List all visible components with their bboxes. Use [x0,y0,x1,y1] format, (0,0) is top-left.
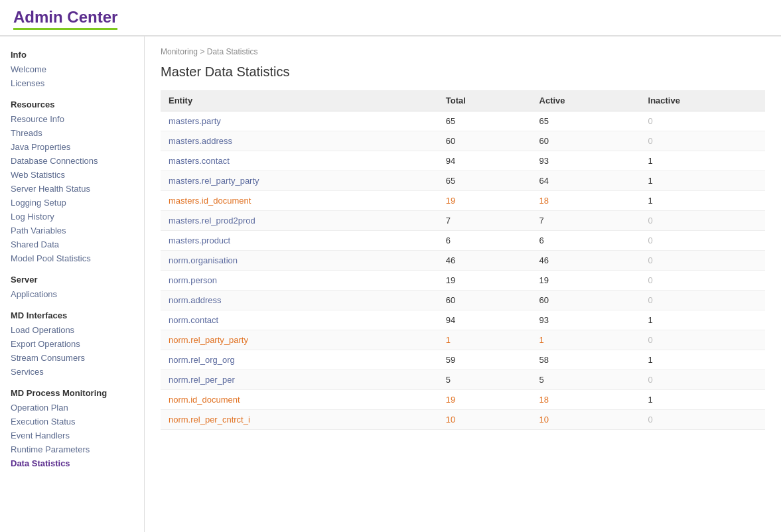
table-row: norm.person19190 [161,271,765,291]
sidebar-item-data-statistics[interactable]: Data Statistics [0,456,144,470]
sidebar-item-operation-plan[interactable]: Operation Plan [0,401,144,415]
table-row: norm.rel_org_org59581 [161,350,765,370]
cell-active: 10 [532,410,640,430]
sidebar-item-execution-status[interactable]: Execution Status [0,415,144,429]
table-row: norm.organisation46460 [161,251,765,271]
data-table: EntityTotalActiveInactive masters.party6… [161,90,765,430]
cell-total: 19 [438,271,532,291]
cell-total: 6 [438,231,532,251]
cell-active: 7 [532,211,640,231]
table-header-active: Active [532,90,640,111]
cell-entity: masters.party [161,111,438,131]
cell-total: 60 [438,291,532,310]
sidebar-item-welcome[interactable]: Welcome [0,62,144,76]
main-content: Monitoring > Data Statistics Master Data… [145,36,781,532]
cell-active: 93 [532,151,640,171]
sidebar-item-services[interactable]: Services [0,365,144,379]
sidebar-item-model-pool-statistics[interactable]: Model Pool Statistics [0,251,144,265]
cell-total: 65 [438,111,532,131]
breadcrumb-separator: > [200,47,206,56]
cell-active: 18 [532,390,640,410]
sidebar-item-resource-info[interactable]: Resource Info [0,112,144,126]
main-layout: InfoWelcomeLicensesResourcesResource Inf… [0,36,781,532]
sidebar: InfoWelcomeLicensesResourcesResource Inf… [0,36,145,532]
cell-inactive: 0 [640,291,765,310]
table-row: norm.rel_party_party110 [161,330,765,350]
cell-entity: masters.contact [161,151,438,171]
sidebar-item-threads[interactable]: Threads [0,126,144,140]
cell-active: 60 [532,131,640,151]
cell-entity: norm.contact [161,310,438,330]
sidebar-item-export-operations[interactable]: Export Operations [0,337,144,351]
sidebar-item-shared-data[interactable]: Shared Data [0,237,144,251]
cell-inactive: 0 [640,231,765,251]
cell-active: 93 [532,310,640,330]
table-row: masters.address60600 [161,131,765,151]
sidebar-item-logging-setup[interactable]: Logging Setup [0,196,144,210]
sidebar-item-licenses[interactable]: Licenses [0,76,144,90]
table-row: masters.party65650 [161,111,765,131]
table-header-inactive: Inactive [640,90,765,111]
sidebar-item-path-variables[interactable]: Path Variables [0,224,144,237]
cell-total: 1 [438,330,532,350]
sidebar-section-title: Server [0,269,144,287]
cell-active: 6 [532,231,640,251]
table-row: masters.id_document19181 [161,191,765,211]
sidebar-item-java-properties[interactable]: Java Properties [0,140,144,154]
cell-entity: masters.rel_party_party [161,171,438,191]
cell-inactive: 0 [640,111,765,131]
cell-inactive: 0 [640,211,765,231]
table-row: norm.rel_per_cntrct_i10100 [161,410,765,430]
sidebar-item-server-health-status[interactable]: Server Health Status [0,182,144,196]
sidebar-item-database-connections[interactable]: Database Connections [0,154,144,168]
cell-entity: norm.rel_org_org [161,350,438,370]
cell-active: 64 [532,171,640,191]
table-row: norm.address60600 [161,291,765,310]
cell-active: 65 [532,111,640,131]
sidebar-item-event-handlers[interactable]: Event Handlers [0,429,144,442]
sidebar-item-web-statistics[interactable]: Web Statistics [0,168,144,182]
cell-entity: norm.organisation [161,251,438,271]
sidebar-item-log-history[interactable]: Log History [0,210,144,224]
cell-entity: norm.rel_party_party [161,330,438,350]
sidebar-section-title: MD Process Monitoring [0,383,144,401]
sidebar-item-load-operations[interactable]: Load Operations [0,323,144,337]
cell-total: 60 [438,131,532,151]
cell-entity: norm.address [161,291,438,310]
cell-total: 65 [438,171,532,191]
sidebar-item-stream-consumers[interactable]: Stream Consumers [0,351,144,365]
table-row: masters.product660 [161,231,765,251]
cell-inactive: 0 [640,131,765,151]
cell-total: 46 [438,251,532,271]
cell-inactive: 1 [640,390,765,410]
cell-total: 19 [438,390,532,410]
table-header-entity: Entity [161,90,438,111]
cell-active: 58 [532,350,640,370]
sidebar-section-title: Info [0,44,144,62]
sidebar-item-runtime-parameters[interactable]: Runtime Parameters [0,442,144,456]
cell-entity: masters.product [161,231,438,251]
sidebar-section-title: Resources [0,94,144,112]
cell-inactive: 0 [640,370,765,390]
cell-inactive: 1 [640,350,765,370]
cell-inactive: 1 [640,151,765,171]
app-title: Admin Center [13,8,117,30]
cell-inactive: 0 [640,251,765,271]
cell-total: 94 [438,310,532,330]
cell-active: 18 [532,191,640,211]
table-header-total: Total [438,90,532,111]
table-row: masters.rel_party_party65641 [161,171,765,191]
cell-active: 1 [532,330,640,350]
cell-entity: masters.address [161,131,438,151]
cell-inactive: 1 [640,171,765,191]
table-row: masters.contact94931 [161,151,765,171]
sidebar-item-applications[interactable]: Applications [0,287,144,301]
cell-entity: masters.rel_prod2prod [161,211,438,231]
cell-active: 19 [532,271,640,291]
cell-inactive: 0 [640,271,765,291]
table-row: norm.id_document19181 [161,390,765,410]
page-title: Master Data Statistics [161,64,765,80]
cell-entity: norm.person [161,271,438,291]
breadcrumb-parent: Monitoring [161,47,198,56]
cell-entity: masters.id_document [161,191,438,211]
